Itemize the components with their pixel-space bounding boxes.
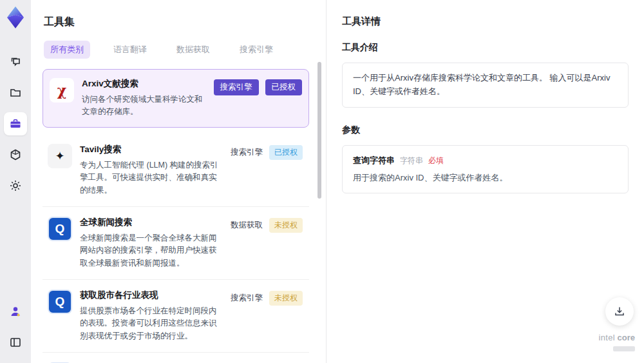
app-logo bbox=[6, 6, 25, 28]
tool-auth-badge: 已授权 bbox=[265, 79, 303, 95]
app-window: 工具集 所有类别 语言翻译 数据获取 搜索引擎 χ Arxiv文献搜索 访问各个… bbox=[0, 0, 644, 363]
intro-heading: 工具介绍 bbox=[342, 42, 629, 54]
arxiv-logo-icon: χ bbox=[50, 78, 74, 103]
tool-list-item[interactable]: ✦ Tavily搜索 专为人工智能代理 (LLM) 构建的搜索引擎工具。可快速提… bbox=[43, 134, 309, 207]
briefcase-icon bbox=[9, 117, 22, 130]
tool-list-item[interactable]: χ Arxiv文献搜索 访问各个研究领域大量科学论文和文章的存储库。 搜索引擎 … bbox=[43, 69, 309, 128]
sidebar-item-toolbox[interactable] bbox=[4, 112, 27, 135]
category-tab[interactable]: 数据获取 bbox=[170, 41, 216, 59]
category-tabs: 所有类别 语言翻译 数据获取 搜索引擎 bbox=[44, 41, 309, 59]
news-search-icon: Q bbox=[48, 217, 72, 241]
page-title: 工具集 bbox=[44, 15, 309, 29]
tool-name: Arxiv文献搜索 bbox=[82, 78, 206, 90]
download-button[interactable] bbox=[605, 297, 634, 326]
tool-name: Tavily搜索 bbox=[80, 144, 223, 155]
list-scrollbar[interactable] bbox=[317, 62, 321, 199]
panel-toggle-icon bbox=[9, 336, 22, 349]
gear-icon bbox=[9, 179, 22, 192]
tool-detail-panel: 工具详情 工具介绍 一个用于从Arxiv存储库搜索科学论文和文章的工具。 输入可… bbox=[326, 0, 644, 363]
tool-list-item[interactable]: Q 获取市场最活跃股票信息 提供当天交易量最高的股票列表，投资者可以利用这些信息… bbox=[43, 353, 309, 363]
tavily-star-icon: ✦ bbox=[48, 144, 72, 168]
tool-list-item[interactable]: Q 获取股市各行业表现 提供股票市场各个行业在特定时间段内的表现。投资者可以利用… bbox=[43, 280, 309, 353]
tool-name: 获取股市各行业表现 bbox=[80, 289, 223, 301]
tool-list-item[interactable]: Q 全球新闻搜索 全球新闻搜索是一个聚合全球各大新闻网站内容的搜索引擎，帮助用户… bbox=[43, 207, 309, 280]
param-name: 查询字符串 bbox=[353, 155, 395, 166]
tool-category-tag: 搜索引擎 bbox=[231, 147, 263, 158]
intel-core-logo: intel core bbox=[599, 333, 635, 354]
tool-category-tag: 搜索引擎 bbox=[231, 293, 263, 304]
sidebar-item-plugins[interactable] bbox=[4, 143, 27, 166]
sidebar-item-settings[interactable] bbox=[4, 174, 27, 197]
tool-description: 提供股票市场各个行业在特定时间段内的表现。投资者可以利用这些信息来识别表现优于或… bbox=[80, 305, 223, 342]
cube-icon bbox=[9, 148, 22, 161]
param-type: 字符串 bbox=[400, 155, 423, 166]
sidebar-item-collapse[interactable] bbox=[4, 331, 27, 354]
param-card: 查询字符串 字符串 必填 用于搜索的Arxiv ID、关键字或作者姓名。 bbox=[342, 145, 629, 193]
tool-description: 访问各个研究领域大量科学论文和文章的存储库。 bbox=[82, 93, 206, 119]
tool-intro-text: 一个用于从Arxiv存储库搜索科学论文和文章的工具。 输入可以是Arxiv ID… bbox=[342, 63, 629, 108]
chat-icon bbox=[9, 55, 22, 68]
tool-auth-badge: 已授权 bbox=[269, 145, 303, 160]
category-tab[interactable]: 语言翻译 bbox=[107, 41, 153, 59]
left-sidebar bbox=[0, 0, 31, 363]
param-required-label: 必填 bbox=[428, 155, 444, 166]
tool-auth-badge: 未授权 bbox=[269, 218, 303, 233]
tool-description: 全球新闻搜索是一个聚合全球各大新闻网站内容的搜索引擎，帮助用户快速获取全球最新资… bbox=[80, 232, 223, 270]
tool-description: 专为人工智能代理 (LLM) 构建的搜索引擎工具。可快速提供实时、准确和真实的结… bbox=[80, 159, 223, 197]
sidebar-item-chat[interactable] bbox=[4, 50, 27, 74]
stock-sector-icon: Q bbox=[48, 289, 72, 314]
user-icon bbox=[9, 305, 22, 318]
tool-name: 全球新闻搜索 bbox=[80, 217, 223, 228]
params-heading: 参数 bbox=[342, 124, 629, 136]
category-tab[interactable]: 所有类别 bbox=[44, 41, 90, 59]
tool-category-tag: 搜索引擎 bbox=[214, 79, 259, 95]
sidebar-item-files[interactable] bbox=[4, 81, 27, 104]
tool-category-tag: 数据获取 bbox=[231, 220, 263, 231]
detail-title: 工具详情 bbox=[342, 15, 629, 28]
param-description: 用于搜索的Arxiv ID、关键字或作者姓名。 bbox=[353, 172, 618, 184]
tool-list-panel: 工具集 所有类别 语言翻译 数据获取 搜索引擎 χ Arxiv文献搜索 访问各个… bbox=[31, 0, 326, 363]
category-tab[interactable]: 搜索引擎 bbox=[233, 41, 279, 59]
tool-auth-badge: 未授权 bbox=[269, 291, 303, 306]
intel-ultra-badge bbox=[613, 346, 635, 351]
sidebar-item-account[interactable] bbox=[4, 300, 27, 323]
folder-icon bbox=[9, 86, 22, 99]
tool-list: χ Arxiv文献搜索 访问各个研究领域大量科学论文和文章的存储库。 搜索引擎 … bbox=[43, 69, 309, 363]
download-icon bbox=[614, 306, 625, 317]
